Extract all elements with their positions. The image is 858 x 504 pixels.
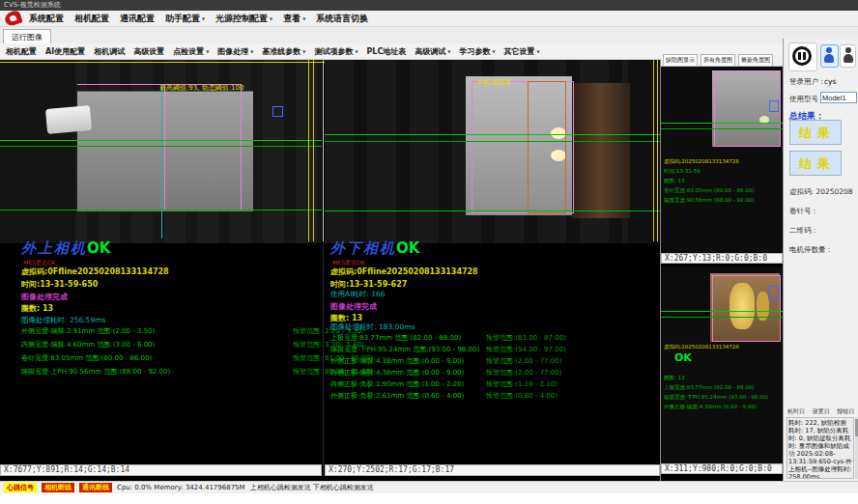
result-display-upper: 结果 <box>789 120 842 145</box>
left-roi-rect <box>164 84 242 210</box>
user-icon <box>824 47 834 63</box>
left-process-time: 图像处理耗时: 256.59ms <box>21 316 105 325</box>
bottom-thumb-line: 外侧正极-隔膜:4.38mm (0.00 - 9.00) <box>664 404 757 410</box>
center-process-time: 图像处理耗时: 183.00ms <box>330 322 415 332</box>
center-ai-time: 使用AI耗时: 166 <box>330 290 386 299</box>
left-measure-row: 隔膜宽度-上PH:90.56mm 范围:(88.00 - 92.00) <box>21 367 170 377</box>
left-loop-count: 圈数: 13 <box>21 303 53 314</box>
stop-count-label: 电机停数量： <box>789 245 833 255</box>
menu-item-view[interactable]: 查看 <box>283 13 305 25</box>
center-measure-row: 隔膜宽度-下PH:95.24mm 范围:(93.00 - 98.00) <box>330 345 479 354</box>
toolbar-item-ai-config[interactable]: AI使用配置 <box>45 46 85 57</box>
result-display-lower: 结果 <box>789 151 842 176</box>
toolbar-item-spot-check[interactable]: 点检设置 <box>173 46 209 57</box>
center-image-roller <box>572 83 630 218</box>
menu-item-system-config[interactable]: 系统配置 <box>29 13 64 25</box>
center-camera-title: 外下相机OK <box>330 239 419 258</box>
center-measure-row: 外侧正极-隔膜:4.38mm 范围:(0.00 - 9.00) <box>330 356 464 366</box>
bottom-thumb-green-line-2 <box>661 317 783 318</box>
menu-item-camera-config[interactable]: 相机配置 <box>74 13 109 25</box>
main-area: 最高阈值:93, 动态阈值:100 外上相机OK MES发送OK 虚拟码:0Ff… <box>0 60 858 481</box>
left-blue-marker <box>272 106 283 117</box>
panel-divider <box>323 60 324 241</box>
left-camera-name: 外上相机 <box>21 239 87 257</box>
thumb-tab-latest-view[interactable]: 最新角度图 <box>738 54 773 66</box>
model-input[interactable] <box>820 92 857 103</box>
left-yellow-vline-1 <box>308 60 309 241</box>
bottom-thumb-line: 上极宽度:83.77mm (82.00 - 88.00) <box>664 384 754 391</box>
status-bar: 心跳信号 相机断线 通讯断线 Cpu: 0.0% Memory: 3424.41… <box>0 481 858 493</box>
user-login-button[interactable] <box>820 44 839 68</box>
left-threshold-overlay: 最高阈值:93, 动态阈值:100 <box>159 83 243 93</box>
toolbar-item-plc-address[interactable]: PLC地址表 <box>366 46 406 57</box>
left-green-line-3 <box>0 210 322 210</box>
left-measure-row: 卷针宽度:83.05mm 范围:(80.00 - 86.00) <box>21 353 152 363</box>
heartbeat-badge: 心跳信号 <box>4 483 37 492</box>
toolbar-item-test-params[interactable]: 测试项参数 <box>314 46 358 57</box>
bottom-thumb-result: OK <box>674 351 692 364</box>
center-warn-row: 预警范围:(2.00 - 77.00) <box>486 356 561 366</box>
center-warn-row: 预警范围:(83.00 - 87.00) <box>486 333 566 343</box>
center-process-done: 图像处理完成 <box>330 301 377 312</box>
center-time: 时间:13-31-59-627 <box>330 279 407 290</box>
login-user-label: 登录用户： <box>789 77 826 87</box>
center-warn-row: 预警范围:(2.00 - 77.00) <box>486 368 561 378</box>
camera-status-badge: 相机断线 <box>42 483 74 492</box>
top-thumb-green-line-1 <box>661 123 783 124</box>
left-camera-result: OK <box>87 239 110 257</box>
menu-item-light-control-config[interactable]: 光源控制配置 <box>215 13 272 25</box>
toolbar-item-camera-config[interactable]: 相机配置 <box>6 46 37 57</box>
center-green-line-3 <box>325 210 660 211</box>
center-warn-row: 预警范围:(0.60 - 4.00) <box>486 391 558 401</box>
top-thumb-coordinate-readout: X:267;Y:13;R:0;G:0;B:0 <box>661 253 783 264</box>
center-ai-overlay: AI检测图像 <box>477 77 511 87</box>
cpu-memory-readout: Cpu: 0.0% Memory: 3424.41796875M <box>117 484 245 491</box>
left-green-line-2 <box>0 146 322 147</box>
menu-item-comm-config[interactable]: 通讯配置 <box>120 13 155 25</box>
left-process-done: 图像处理完成 <box>21 292 68 302</box>
left-image-pin <box>45 105 92 134</box>
bottom-thumb-blue-marker <box>768 286 779 300</box>
center-ai-rect <box>528 81 566 213</box>
thumb-tab-defect-view[interactable]: 缺陷图显示 <box>663 54 698 66</box>
toolbar-item-other-settings[interactable]: 其它设置 <box>503 46 539 57</box>
heartbeat-messages: 上相机心跳检测发送 下相机心跳检测发送 <box>250 483 374 492</box>
center-camera-name: 外下相机 <box>330 239 396 257</box>
log-output: 耗时: 222, 缺陷检测耗时: 17, 缺陷分离耗时: 0, 缺陷提取分离耗时… <box>786 417 854 479</box>
comm-status-badge: 通讯断线 <box>79 483 112 492</box>
left-barcode: 虚拟码:0Ffline20250208133134728 <box>21 266 169 277</box>
qr-code-label: 二维码： <box>789 226 818 236</box>
bottom-thumb-line: 隔膜宽度-下PH:95.24mm (93.00 - 98.00) <box>664 394 768 401</box>
menu-item-assistant-config[interactable]: 助手配置 <box>165 13 205 25</box>
toolbar-item-image-processing[interactable]: 图像处理 <box>217 46 253 57</box>
left-green-line-1 <box>0 140 322 141</box>
toolbar-item-camera-debug[interactable]: 相机调试 <box>94 46 125 57</box>
user-switch-button[interactable] <box>840 44 856 68</box>
app-window: CVS-视觉检测系统 系统配置 相机配置 通讯配置 助手配置 光源控制配置 查看… <box>0 0 858 504</box>
sidebar-barcode-label: 虚拟码: 20250208 <box>789 187 853 197</box>
center-warn-row: 预警范围:(1.10 - 2.10) <box>486 379 558 389</box>
menu-item-language-switch[interactable]: 系统语言切换 <box>316 13 368 25</box>
center-warn-row: 预警范围:(94.00 - 97.00) <box>486 345 566 354</box>
center-yellow-vline-2 <box>657 60 658 241</box>
toolbar-item-advanced-debug[interactable]: 高级调试 <box>415 46 450 57</box>
center-green-line-1 <box>325 134 660 135</box>
center-measure-row: 内侧正极-隔膜:4.38mm 范围:(0.00 - 9.00) <box>330 368 464 378</box>
left-yellow-vline-2 <box>313 60 314 241</box>
thumb-tab-all-views[interactable]: 所有角度图 <box>701 54 735 66</box>
left-measure-row: 内侧宽度-隔膜:4.60mm 范围:(3.00 - 6.00) <box>21 340 155 350</box>
user-icon <box>844 47 853 63</box>
left-time: 时间:13-31-59-650 <box>21 279 98 290</box>
toolbar-item-baseline-params[interactable]: 基准线参数 <box>262 46 305 57</box>
menubar: 系统配置 相机配置 通讯配置 助手配置 光源控制配置 查看 系统语言切换 <box>0 11 858 27</box>
toolbar-item-learning-params[interactable]: 学习参数 <box>459 46 495 57</box>
left-cyan-line <box>161 84 162 238</box>
pause-button[interactable] <box>788 42 817 71</box>
top-thumb-line: 虚拟码:20250208133134728 <box>664 158 739 165</box>
tab-run-image[interactable]: 运行图像 <box>3 29 51 44</box>
center-measure-row: 上极宽度:83.77mm 范围:(82.00 - 88.00) <box>330 333 461 343</box>
toolbar-item-advanced-settings[interactable]: 高级设置 <box>133 46 164 57</box>
left-coordinate-readout: X:7677;Y:891;R:14;G:14;B:14 <box>0 464 322 476</box>
left-measure-row: 外侧宽度-隔膜:2.91mm 范围:(2.00 - 3.50) <box>21 326 155 336</box>
top-thumb-green-line-2 <box>661 128 783 129</box>
